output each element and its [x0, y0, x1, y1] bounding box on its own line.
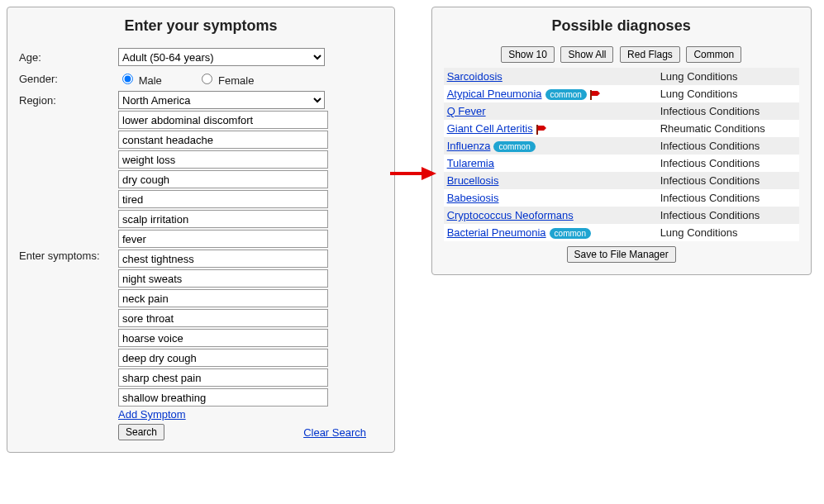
symptom-input[interactable]: [118, 210, 328, 228]
symptom-input[interactable]: [118, 250, 328, 268]
table-row: Bacterial PneumoniacommonLung Conditions: [444, 224, 799, 241]
table-row: BrucellosisInfectious Conditions: [444, 172, 799, 189]
svg-marker-2: [591, 91, 600, 96]
red-flags-button[interactable]: Red Flags: [620, 46, 680, 63]
save-to-file-manager-button[interactable]: Save to File Manager: [567, 246, 676, 263]
symptom-input[interactable]: [118, 111, 328, 129]
diagnoses-panel: Possible diagnoses Show 10 Show All Red …: [431, 7, 812, 275]
diagnosis-category: Infectious Conditions: [657, 137, 799, 155]
diagnosis-category: Lung Conditions: [657, 224, 799, 241]
symptom-input[interactable]: [118, 230, 328, 248]
table-row: Cryptococcus NeoformansInfectious Condit…: [444, 207, 799, 224]
table-row: InfluenzacommonInfectious Conditions: [444, 137, 799, 155]
table-row: Giant Cell ArteritisRheumatic Conditions: [444, 120, 799, 137]
age-select[interactable]: Adult (50-64 years): [118, 48, 325, 66]
symptom-input[interactable]: [118, 190, 328, 208]
clear-search-link[interactable]: Clear Search: [303, 426, 366, 439]
symptom-input[interactable]: [118, 269, 328, 288]
symptom-input[interactable]: [118, 131, 328, 149]
symptom-input[interactable]: [118, 329, 328, 347]
common-badge: common: [493, 141, 535, 152]
gender-female-radio[interactable]: [202, 74, 212, 84]
diagnosis-category: Lung Conditions: [657, 68, 799, 85]
diagnosis-link[interactable]: Bacterial Pneumonia: [447, 226, 546, 239]
symptom-input[interactable]: [118, 150, 328, 169]
table-row: BabesiosisInfectious Conditions: [444, 189, 799, 207]
arrow-icon: [390, 165, 436, 182]
red-flag-icon: [536, 125, 548, 135]
gender-female-option[interactable]: Female: [198, 74, 254, 87]
diagnosis-category: Infectious Conditions: [657, 155, 799, 172]
symptom-input[interactable]: [118, 368, 328, 387]
symptom-input[interactable]: [118, 170, 328, 188]
diagnosis-category: Infectious Conditions: [657, 102, 799, 120]
diagnoses-table: SarcoidosisLung ConditionsAtypical Pneum…: [444, 68, 799, 241]
diagnosis-link[interactable]: Atypical Pneumonia: [447, 88, 542, 100]
symptoms-panel: Enter your symptoms Age: Adult (50-64 ye…: [7, 7, 395, 453]
table-row: TularemiaInfectious Conditions: [444, 155, 799, 172]
table-row: Q FeverInfectious Conditions: [444, 102, 799, 120]
svg-rect-5: [536, 125, 538, 135]
svg-marker-4: [537, 126, 546, 131]
svg-rect-3: [590, 90, 592, 100]
svg-marker-1: [422, 167, 436, 180]
diagnosis-link[interactable]: Sarcoidosis: [447, 70, 502, 83]
diagnosis-category: Infectious Conditions: [657, 207, 799, 224]
table-row: SarcoidosisLung Conditions: [444, 68, 799, 85]
diagnosis-link[interactable]: Cryptococcus Neoformans: [447, 209, 574, 221]
red-flag-icon: [590, 90, 602, 100]
show-all-button[interactable]: Show All: [560, 46, 613, 63]
diagnosis-category: Lung Conditions: [657, 85, 799, 102]
common-button[interactable]: Common: [686, 46, 741, 63]
symptom-input[interactable]: [118, 309, 328, 327]
gender-male-radio[interactable]: [122, 74, 133, 84]
diagnosis-category: Rheumatic Conditions: [657, 120, 799, 137]
gender-label: Gender:: [19, 73, 118, 85]
diagnosis-link[interactable]: Brucellosis: [447, 174, 499, 187]
diagnosis-category: Infectious Conditions: [657, 189, 799, 207]
common-badge: common: [545, 89, 587, 100]
gender-male-option[interactable]: Male: [118, 74, 164, 87]
symptom-input[interactable]: [118, 289, 328, 307]
table-row: Atypical PneumoniacommonLung Conditions: [444, 85, 799, 102]
filter-row: Show 10 Show All Red Flags Common: [444, 46, 799, 63]
show-10-button[interactable]: Show 10: [501, 46, 555, 63]
symptom-list: [118, 111, 383, 407]
add-symptom-link[interactable]: Add Symptom: [118, 408, 186, 421]
age-label: Age:: [19, 51, 118, 64]
diagnosis-category: Infectious Conditions: [657, 172, 799, 189]
diagnosis-link[interactable]: Giant Cell Arteritis: [447, 122, 533, 135]
diagnosis-link[interactable]: Q Fever: [447, 105, 486, 117]
diagnosis-link[interactable]: Influenza: [447, 140, 491, 152]
symptom-input[interactable]: [118, 349, 328, 367]
region-label: Region:: [19, 94, 118, 107]
search-button[interactable]: Search: [118, 424, 164, 440]
common-badge: common: [550, 228, 591, 239]
region-select[interactable]: North America: [118, 91, 325, 109]
symptoms-title: Enter your symptoms: [19, 17, 383, 35]
diagnosis-link[interactable]: Tularemia: [447, 157, 494, 169]
diagnoses-title: Possible diagnoses: [444, 17, 799, 35]
enter-symptoms-label: Enter symptoms:: [19, 250, 118, 262]
symptom-input[interactable]: [118, 388, 328, 407]
diagnosis-link[interactable]: Babesiosis: [447, 192, 499, 204]
